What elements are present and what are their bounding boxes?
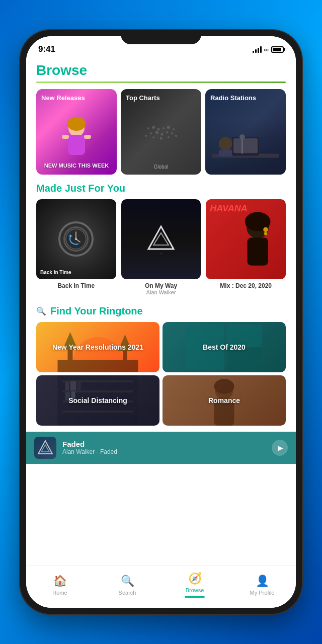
svg-point-41 [264, 232, 267, 235]
top-charts-label: Top Charts [126, 94, 160, 102]
svg-point-24 [219, 137, 232, 150]
svg-marker-32 [68, 234, 72, 236]
svg-rect-4 [84, 135, 91, 139]
myfy-card-back-in-time[interactable]: Back In Time Back In Time [36, 199, 116, 295]
svg-point-11 [150, 132, 152, 134]
back-in-time-overlay: Back In Time [40, 270, 71, 275]
status-icons: ∞ [253, 46, 284, 53]
artist-figure [59, 117, 94, 162]
svg-marker-33 [148, 226, 174, 249]
find-ringtone-header: 🔍 Find Your Ringtone [26, 303, 296, 322]
globe-container: Global [154, 163, 169, 170]
svg-point-16 [145, 135, 147, 137]
svg-point-31 [75, 238, 77, 240]
home-label: Home [52, 590, 67, 596]
nav-item-home[interactable]: 🏠 Home [26, 573, 94, 598]
new-releases-label: New Releases [41, 94, 85, 102]
best-2020-label: Best Of 2020 [163, 343, 286, 352]
svg-point-13 [161, 133, 164, 135]
svg-point-15 [171, 132, 173, 134]
svg-point-27 [239, 134, 245, 139]
wifi-icon: ∞ [264, 46, 269, 53]
svg-rect-25 [219, 149, 232, 156]
on-my-way-art [121, 199, 201, 279]
svg-rect-23 [233, 138, 258, 152]
search-icon: 🔍 [121, 575, 134, 588]
made-for-you-title: Made Just For You [26, 181, 296, 199]
back-in-time-title: Back In Time [57, 282, 95, 289]
svg-rect-59 [77, 382, 81, 390]
browse-label: Browse [186, 587, 204, 593]
svg-point-18 [160, 137, 163, 139]
ringtone-card-social[interactable]: Social Distancing [36, 375, 159, 426]
battery-icon [271, 46, 284, 53]
svg-point-40 [264, 227, 269, 232]
screen-content: Browse New Releases [26, 58, 296, 566]
nav-item-search[interactable]: 🔍 Search [94, 573, 161, 598]
mini-player-play-button[interactable]: ▶ [272, 440, 288, 456]
ringtone-card-new-year[interactable]: New Year Resolutions 2021 [36, 322, 159, 372]
on-my-way-subtitle: Alan Walker [146, 289, 176, 295]
phone-screen: 9:41 ∞ Browse [26, 36, 296, 608]
new-year-label: New Year Resolutions 2021 [36, 343, 159, 352]
havana-title: Mix : Dec 20, 2020 [220, 282, 272, 289]
svg-point-20 [175, 135, 177, 137]
svg-point-9 [167, 126, 170, 129]
svg-rect-3 [62, 135, 69, 139]
browse-cards-section: New Releases NEW MUSIC THIS WEEK [26, 83, 296, 181]
back-in-time-art: Back In Time [36, 199, 116, 279]
svg-point-19 [168, 136, 170, 138]
mini-player-info: Faded Alan Walker - Faded [62, 440, 266, 455]
search-label: Search [119, 590, 136, 596]
myfy-card-on-my-way[interactable]: On My Way Alan Walker [121, 199, 201, 295]
radio-person-svg [205, 119, 286, 175]
svg-point-6 [152, 126, 155, 129]
bottom-nav: 🏠 Home 🔍 Search 🧭 Browse 👤 My Profile [26, 566, 296, 608]
on-my-way-title: On My Way [145, 282, 177, 289]
profile-label: My Profile [250, 590, 275, 596]
mini-player[interactable]: Faded Alan Walker - Faded ▶ [26, 432, 296, 464]
browse-card-top-charts[interactable]: Top Charts [121, 89, 201, 175]
mini-player-aw-logo [37, 440, 53, 456]
nav-item-browse[interactable]: 🧭 Browse [161, 570, 228, 600]
browse-active-indicator [185, 596, 205, 598]
havana-woman-svg [206, 199, 286, 279]
mini-player-artist: Alan Walker - Faded [62, 448, 266, 455]
svg-point-1 [67, 117, 86, 131]
svg-point-14 [166, 131, 168, 133]
browse-card-new-releases[interactable]: New Releases NEW MUSIC THIS WEEK [36, 89, 117, 175]
myfy-card-havana[interactable]: HAVANA [206, 199, 286, 295]
clock-icon [58, 221, 94, 257]
havana-art: HAVANA [206, 199, 286, 279]
alan-walker-logo-svg [146, 224, 176, 254]
made-for-you-section: Back In Time Back In Time [26, 199, 296, 303]
world-map [121, 104, 201, 162]
clock-inner [63, 226, 89, 252]
ringtone-grid: New Year Resolutions 2021 Best Of 2020 [26, 322, 296, 432]
mini-player-title: Faded [62, 440, 266, 448]
find-ringtone-search-icon: 🔍 [36, 306, 46, 316]
svg-rect-39 [248, 237, 268, 266]
svg-point-64 [214, 379, 234, 394]
home-icon: 🏠 [53, 575, 67, 588]
mini-player-art [34, 437, 56, 459]
phone-frame: 9:41 ∞ Browse [20, 30, 302, 614]
signal-icon [253, 46, 262, 53]
browse-card-radio[interactable]: Radio Stations [205, 89, 286, 175]
nav-item-profile[interactable]: 👤 My Profile [228, 573, 296, 598]
radio-label: Radio Stations [210, 94, 256, 102]
ringtone-card-best-2020[interactable]: Best Of 2020 [163, 322, 286, 372]
play-icon: ▶ [278, 444, 283, 452]
svg-rect-56 [63, 411, 133, 413]
status-time: 9:41 [38, 44, 55, 54]
header: Browse [26, 58, 296, 83]
svg-point-8 [163, 127, 165, 129]
page-title: Browse [36, 62, 286, 78]
ringtone-card-romance[interactable]: Romance [163, 375, 286, 426]
svg-rect-58 [70, 381, 76, 390]
svg-point-5 [147, 127, 149, 129]
notch [121, 30, 201, 44]
svg-rect-2 [68, 135, 85, 155]
globe-label: Global [154, 164, 169, 170]
svg-rect-48 [58, 360, 138, 372]
